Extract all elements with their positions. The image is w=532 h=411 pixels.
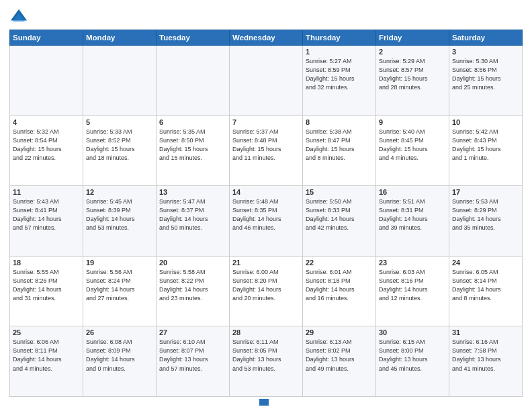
day-cell: 20Sunrise: 5:58 AM Sunset: 8:22 PM Dayli… [157,256,230,326]
day-detail: Sunrise: 6:05 AM Sunset: 8:14 PM Dayligh… [452,268,519,303]
day-cell: 10Sunrise: 5:42 AM Sunset: 8:43 PM Dayli… [449,116,523,186]
day-number: 12 [86,188,153,196]
day-detail: Sunrise: 5:45 AM Sunset: 8:39 PM Dayligh… [86,197,153,232]
day-cell: 30Sunrise: 6:15 AM Sunset: 8:00 PM Dayli… [376,326,449,397]
day-detail: Sunrise: 6:16 AM Sunset: 7:58 PM Dayligh… [452,338,519,373]
weekday-thursday: Thursday [303,30,376,46]
day-detail: Sunrise: 5:51 AM Sunset: 8:31 PM Dayligh… [379,197,446,232]
day-detail: Sunrise: 6:00 AM Sunset: 8:20 PM Dayligh… [232,268,300,303]
day-number: 3 [452,48,519,56]
day-detail: Sunrise: 5:48 AM Sunset: 8:35 PM Dayligh… [232,197,300,232]
calendar: SundayMondayTuesdayWednesdayThursdayFrid… [9,30,523,397]
day-detail: Sunrise: 5:29 AM Sunset: 8:57 PM Dayligh… [379,57,446,92]
logo [9,7,31,26]
day-number: 29 [306,328,373,336]
week-row-4: 18Sunrise: 5:55 AM Sunset: 8:26 PM Dayli… [10,256,523,326]
day-cell: 13Sunrise: 5:47 AM Sunset: 8:37 PM Dayli… [157,186,230,257]
day-cell: 4Sunrise: 5:32 AM Sunset: 8:54 PM Daylig… [10,116,83,186]
day-number: 31 [452,328,519,336]
day-cell: 22Sunrise: 6:01 AM Sunset: 8:18 PM Dayli… [303,256,376,326]
week-row-2: 4Sunrise: 5:32 AM Sunset: 8:54 PM Daylig… [10,116,523,186]
day-detail: Sunrise: 6:10 AM Sunset: 8:07 PM Dayligh… [159,338,226,373]
day-number: 26 [86,328,153,336]
day-number: 28 [232,328,300,336]
day-detail: Sunrise: 5:38 AM Sunset: 8:47 PM Dayligh… [306,128,373,163]
day-detail: Sunrise: 6:01 AM Sunset: 8:18 PM Dayligh… [306,268,373,303]
logo-icon [9,7,28,26]
page: SundayMondayTuesdayWednesdayThursdayFrid… [0,0,532,411]
day-number: 19 [86,259,153,267]
day-cell: 14Sunrise: 5:48 AM Sunset: 8:35 PM Dayli… [230,186,303,257]
day-cell: 28Sunrise: 6:11 AM Sunset: 8:05 PM Dayli… [230,326,303,397]
day-cell: 19Sunrise: 5:56 AM Sunset: 8:24 PM Dayli… [83,256,157,326]
day-number: 30 [379,328,446,336]
day-detail: Sunrise: 5:37 AM Sunset: 8:48 PM Dayligh… [232,128,300,163]
day-number: 17 [452,188,519,196]
day-number: 13 [159,188,226,196]
day-cell: 31Sunrise: 6:16 AM Sunset: 7:58 PM Dayli… [449,326,523,397]
weekday-friday: Friday [376,30,449,46]
calendar-table: SundayMondayTuesdayWednesdayThursdayFrid… [9,30,523,397]
day-cell: 25Sunrise: 6:06 AM Sunset: 8:11 PM Dayli… [10,326,83,397]
weekday-sunday: Sunday [10,30,83,46]
day-cell: 23Sunrise: 6:03 AM Sunset: 8:16 PM Dayli… [376,256,449,326]
day-cell: 26Sunrise: 6:08 AM Sunset: 8:09 PM Dayli… [83,326,157,397]
day-cell: 17Sunrise: 5:53 AM Sunset: 8:29 PM Dayli… [449,186,523,257]
day-detail: Sunrise: 6:13 AM Sunset: 8:02 PM Dayligh… [306,338,373,373]
weekday-wednesday: Wednesday [230,30,303,46]
day-detail: Sunrise: 5:30 AM Sunset: 8:56 PM Dayligh… [452,57,519,92]
weekday-tuesday: Tuesday [157,30,230,46]
day-number: 20 [159,259,226,267]
day-cell: 27Sunrise: 6:10 AM Sunset: 8:07 PM Dayli… [157,326,230,397]
day-detail: Sunrise: 5:55 AM Sunset: 8:26 PM Dayligh… [13,268,80,303]
day-cell: 5Sunrise: 5:33 AM Sunset: 8:52 PM Daylig… [83,116,157,186]
day-detail: Sunrise: 5:35 AM Sunset: 8:50 PM Dayligh… [159,128,226,163]
day-number: 9 [379,118,446,126]
day-detail: Sunrise: 5:47 AM Sunset: 8:37 PM Dayligh… [159,197,226,232]
day-cell [157,46,230,116]
weekday-monday: Monday [83,30,157,46]
day-cell: 11Sunrise: 5:43 AM Sunset: 8:41 PM Dayli… [10,186,83,257]
day-detail: Sunrise: 5:56 AM Sunset: 8:24 PM Dayligh… [86,268,153,303]
day-cell: 9Sunrise: 5:40 AM Sunset: 8:45 PM Daylig… [376,116,449,186]
day-number: 8 [306,118,373,126]
day-detail: Sunrise: 5:40 AM Sunset: 8:45 PM Dayligh… [379,128,446,163]
day-cell: 15Sunrise: 5:50 AM Sunset: 8:33 PM Dayli… [303,186,376,257]
day-cell: 7Sunrise: 5:37 AM Sunset: 8:48 PM Daylig… [230,116,303,186]
day-detail: Sunrise: 5:43 AM Sunset: 8:41 PM Dayligh… [13,197,80,232]
day-cell: 12Sunrise: 5:45 AM Sunset: 8:39 PM Dayli… [83,186,157,257]
day-number: 21 [232,259,300,267]
day-cell: 21Sunrise: 6:00 AM Sunset: 8:20 PM Dayli… [230,256,303,326]
day-detail: Sunrise: 6:11 AM Sunset: 8:05 PM Dayligh… [232,338,300,373]
day-detail: Sunrise: 6:15 AM Sunset: 8:00 PM Dayligh… [379,338,446,373]
day-cell: 2Sunrise: 5:29 AM Sunset: 8:57 PM Daylig… [376,46,449,116]
day-cell: 24Sunrise: 6:05 AM Sunset: 8:14 PM Dayli… [449,256,523,326]
day-number: 1 [306,48,373,56]
day-detail: Sunrise: 5:58 AM Sunset: 8:22 PM Dayligh… [159,268,226,303]
week-row-5: 25Sunrise: 6:06 AM Sunset: 8:11 PM Dayli… [10,326,523,397]
day-number: 14 [232,188,300,196]
day-detail: Sunrise: 6:03 AM Sunset: 8:16 PM Dayligh… [379,268,446,303]
day-number: 22 [306,259,373,267]
day-detail: Sunrise: 5:42 AM Sunset: 8:43 PM Dayligh… [452,128,519,163]
week-row-1: 1Sunrise: 5:27 AM Sunset: 8:59 PM Daylig… [10,46,523,116]
day-number: 25 [13,328,80,336]
day-detail: Sunrise: 5:32 AM Sunset: 8:54 PM Dayligh… [13,128,80,163]
day-number: 5 [86,118,153,126]
weekday-header-row: SundayMondayTuesdayWednesdayThursdayFrid… [10,30,523,46]
footer [9,399,523,406]
day-number: 18 [13,259,80,267]
day-cell: 3Sunrise: 5:30 AM Sunset: 8:56 PM Daylig… [449,46,523,116]
day-number: 11 [13,188,80,196]
day-number: 7 [232,118,300,126]
day-detail: Sunrise: 5:50 AM Sunset: 8:33 PM Dayligh… [306,197,373,232]
day-number: 16 [379,188,446,196]
day-cell: 6Sunrise: 5:35 AM Sunset: 8:50 PM Daylig… [157,116,230,186]
week-row-3: 11Sunrise: 5:43 AM Sunset: 8:41 PM Dayli… [10,186,523,257]
day-number: 2 [379,48,446,56]
day-detail: Sunrise: 5:33 AM Sunset: 8:52 PM Dayligh… [86,128,153,163]
header [9,7,523,26]
day-number: 6 [159,118,226,126]
day-detail: Sunrise: 5:27 AM Sunset: 8:59 PM Dayligh… [306,57,373,92]
day-detail: Sunrise: 6:08 AM Sunset: 8:09 PM Dayligh… [86,338,153,373]
